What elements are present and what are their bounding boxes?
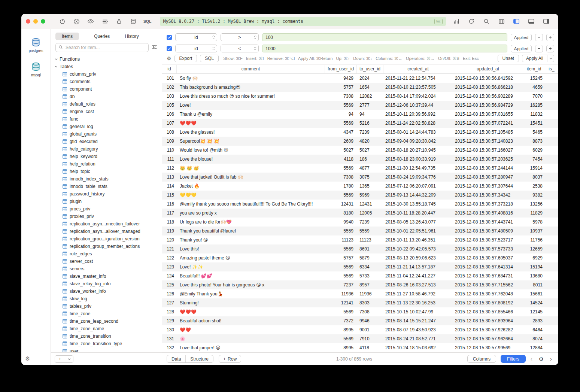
cell-comment[interactable]: Love this photo! Your hair is gorgeous 😘… xyxy=(177,280,325,289)
cell-to_user_id[interactable]: 9946 xyxy=(357,316,383,325)
cell-to_user_id[interactable]: 3075 xyxy=(357,173,383,182)
cell-comment[interactable]: Stunning! xyxy=(177,298,325,307)
cell-item_id[interactable]: 6029 xyxy=(523,146,545,155)
sidebar-table-component[interactable]: component xyxy=(51,85,162,93)
cell-id[interactable]: 102 xyxy=(162,83,177,92)
cell-to_user_id[interactable]: 5559 xyxy=(357,227,383,235)
cell-comment[interactable]: Thank u @emily xyxy=(177,110,325,119)
filter-checkbox[interactable] xyxy=(167,46,172,51)
cell-to_user_id[interactable]: 12082 xyxy=(357,92,383,101)
cell-from_user_id[interactable]: 5757 xyxy=(325,253,357,262)
cell-item_id[interactable]: 12884 xyxy=(523,343,545,352)
table-row[interactable]: 111Love the blouse!41181862015-08-18 23:… xyxy=(162,155,558,164)
table-row[interactable]: 127Stunning!1214183032015-11-13 22:30:16… xyxy=(162,298,558,307)
sidebar-table-slave_master_info[interactable]: slave_master_info xyxy=(51,273,162,280)
cell-id[interactable]: 117 xyxy=(162,209,177,218)
cell-item_id[interactable]: 4659 xyxy=(523,83,545,92)
cell-is_[interactable] xyxy=(545,334,558,343)
add-item-button[interactable]: + xyxy=(55,355,65,363)
cell-from_user_id[interactable]: 94 xyxy=(325,110,357,119)
cell-created_at[interactable]: 2015-08-01 14:24:44.783 xyxy=(383,128,453,137)
cell-updated_at[interactable]: 2015-12-08 15:30:57.072241 xyxy=(453,119,523,128)
sidebar-table-proxies_priv[interactable]: proxies_priv xyxy=(51,213,162,220)
sidebar-table-slow_log[interactable]: slow_log xyxy=(51,295,162,303)
table-row[interactable]: 108Love the glasses!434772392015-08-01 1… xyxy=(162,128,558,137)
sidebar-table-innodb_index_stats[interactable]: innodb_index_stats xyxy=(51,175,162,183)
sidebar-table-func[interactable]: func xyxy=(51,115,162,123)
filter-options-icon[interactable] xyxy=(152,44,157,51)
sidebar-table-global_grants[interactable]: global_grants xyxy=(51,130,162,138)
cell-comment[interactable]: Love that jumper! 😍 xyxy=(177,343,325,352)
cell-updated_at[interactable]: 2015-12-08 15:30:57.280947 xyxy=(453,173,523,182)
tab-history[interactable]: History xyxy=(125,33,139,40)
cell-from_user_id[interactable]: 12141 xyxy=(325,298,357,307)
cell-from_user_id[interactable]: 7308 xyxy=(325,92,357,101)
cell-updated_at[interactable]: 2015-12-08 15:30:56.984729 xyxy=(453,101,523,110)
cell-created_at[interactable]: 2015-10-01 22:05:51.961 xyxy=(383,227,453,235)
toggle-sidebar-icon[interactable] xyxy=(513,18,520,25)
cell-created_at[interactable]: 2015-11-04 12:24:41.227 xyxy=(383,271,453,280)
cell-to_user_id[interactable]: 6334 xyxy=(357,262,383,271)
cell-item_id[interactable]: 5978 xyxy=(523,218,545,227)
cell-created_at[interactable]: 2015-08-05 13:26:43.077 xyxy=(383,218,453,227)
chevron-down-icon[interactable] xyxy=(547,55,554,62)
cell-to_user_id[interactable]: 5969 xyxy=(357,191,383,200)
cell-from_user_id[interactable]: 5569 xyxy=(325,191,357,200)
column-header-created_at[interactable]: created_at xyxy=(383,65,453,73)
cell-item_id[interactable]: 15661 xyxy=(523,289,545,298)
cell-id[interactable]: 115 xyxy=(162,191,177,200)
logs-icon[interactable] xyxy=(101,18,109,25)
cell-comment[interactable]: Amazing pastel theme 😊 xyxy=(177,253,325,262)
cell-from_user_id[interactable]: 5569 xyxy=(325,271,357,280)
cell-updated_at[interactable]: 2015-12-08 15:30:57.523717 xyxy=(453,235,523,244)
cell-to_user_id[interactable]: 8691 xyxy=(357,244,383,253)
cell-id[interactable]: 108 xyxy=(162,128,177,137)
cell-from_user_id[interactable]: 11123 xyxy=(325,235,357,244)
cell-from_user_id[interactable]: 2609 xyxy=(325,137,357,146)
tab-structure[interactable]: Structure xyxy=(185,355,213,362)
cell-comment[interactable]: Supercool💥 💥 💥 xyxy=(177,137,325,146)
connection-postgres[interactable]: postgres xyxy=(29,37,43,53)
table-row[interactable]: 102This background is amazing😍5757165420… xyxy=(162,83,558,92)
cell-to_user_id[interactable]: 4820 xyxy=(357,137,383,146)
sidebar-table-password_history[interactable]: password_history xyxy=(51,190,162,198)
cell-is_[interactable] xyxy=(545,280,558,289)
table-row[interactable]: 105Love!556927772015-12-06 10:37:39.4420… xyxy=(162,101,558,110)
cell-is_[interactable] xyxy=(545,119,558,128)
filter-settings-gear-icon[interactable]: ⚙ xyxy=(167,55,171,61)
cell-id[interactable]: 119 xyxy=(162,227,177,235)
table-row[interactable]: 114Jacket 🔥178013652015-07-12 06:20:07.0… xyxy=(162,182,558,191)
table-row[interactable]: 122Amazing pastel theme 😊575758792015-08… xyxy=(162,253,558,262)
section-tables[interactable]: Tables xyxy=(51,63,162,70)
table-row[interactable]: 116@emily thank you soooo much beautiful… xyxy=(162,200,558,209)
sidebar-table-innodb_table_stats[interactable]: innodb_table_stats xyxy=(51,183,162,190)
tab-data[interactable]: Data xyxy=(167,355,185,362)
table-row[interactable]: 106Thank u @emily94942015-10-11 20:39:56… xyxy=(162,110,558,119)
cell-comment[interactable]: This background is amazing😍 xyxy=(177,83,325,92)
cell-item_id[interactable]: 8037 xyxy=(523,173,545,182)
cell-is_[interactable] xyxy=(545,271,558,280)
cell-item_id[interactable]: 7454 xyxy=(523,155,545,164)
cell-is_[interactable] xyxy=(545,325,558,334)
sidebar-table-time_zone[interactable]: time_zone xyxy=(51,310,162,317)
cell-item_id[interactable]: 7070 xyxy=(523,92,545,101)
sidebar-table-user[interactable]: user xyxy=(51,347,162,352)
sidebar-table-help_category[interactable]: help_category xyxy=(51,145,162,153)
refresh-icon[interactable] xyxy=(468,18,475,25)
minimize-window-button[interactable] xyxy=(33,19,38,24)
cell-to_user_id[interactable]: 7308 xyxy=(357,307,383,316)
cell-id[interactable]: 128 xyxy=(162,307,177,316)
column-header-id[interactable]: id xyxy=(162,65,177,73)
filter-operator-dropdown[interactable]: < xyxy=(221,45,259,52)
cell-comment[interactable]: ❤️❤️ xyxy=(177,325,325,334)
cell-is_[interactable] xyxy=(545,289,558,298)
zoom-window-button[interactable] xyxy=(41,19,45,24)
filter-applied-button[interactable]: Applied xyxy=(511,34,532,41)
table-row[interactable]: 132Love that jumper! 😍899541182015-10-24… xyxy=(162,343,558,352)
cell-comment[interactable]: 💛💛💛 xyxy=(177,191,325,200)
table-row[interactable]: 115💛💛💛556959692015-09-13 14:44:32.209201… xyxy=(162,191,558,200)
sidebar-table-help_relation[interactable]: help_relation xyxy=(51,160,162,168)
close-window-button[interactable] xyxy=(26,19,30,24)
cell-item_id[interactable]: 6464 xyxy=(523,325,545,334)
cell-item_id[interactable]: 5465 xyxy=(523,128,545,137)
